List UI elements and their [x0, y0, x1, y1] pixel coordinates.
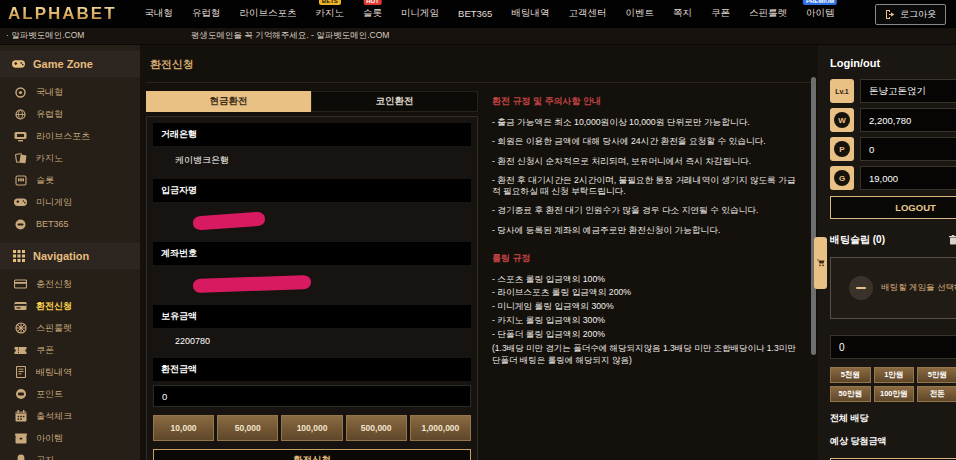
rolling-rule-line: - 라이브스포츠 롤링 입금액의 200%: [492, 287, 798, 298]
nav-item-spinroulette[interactable]: 스핀룰렛: [749, 7, 787, 20]
balance-label: 보유금액: [153, 305, 471, 328]
quick-amount-button[interactable]: 100,000: [281, 415, 342, 441]
sidebar-item-deposit[interactable]: 충전신청: [0, 273, 140, 295]
cards-icon: [14, 152, 27, 165]
sidebar-header-gamezone-label: Game Zone: [33, 58, 93, 70]
marquee-text: 평생도메인을 꼭 기억해주세요. - 알파벳도메인.COM: [191, 30, 389, 42]
depositor-label: 입금자명: [153, 179, 471, 202]
bet-quick-amount-button[interactable]: 100만원: [874, 386, 915, 402]
quick-amount-button[interactable]: 10,000: [153, 415, 214, 441]
logout-button[interactable]: 로그아웃: [875, 4, 946, 25]
username-field: 돈냥고돈얹기: [860, 79, 956, 103]
nav-item-item-label: 아이템: [806, 7, 835, 18]
sidebar-item-casino[interactable]: 카지노: [0, 147, 140, 169]
quick-amount-button[interactable]: 1,000,000: [410, 415, 471, 441]
page-title: 환전신청: [146, 45, 812, 83]
sidebar-item-label: 국내형: [36, 86, 63, 99]
sidebar-item-spinroulette[interactable]: 스핀룰렛: [0, 317, 140, 339]
sidebar-item-livesports[interactable]: 라이브스포츠: [0, 125, 140, 147]
clear-cart-button[interactable]: 카트비우기: [949, 235, 956, 246]
bet-amount-input[interactable]: [830, 335, 956, 359]
sidebar-item-label: 유럽형: [36, 108, 63, 121]
sidebar-item-european[interactable]: 유럽형: [0, 103, 140, 125]
gamepad-icon: [14, 196, 27, 209]
quick-amount-button[interactable]: 50,000: [217, 415, 278, 441]
sidebar-item-notice[interactable]: 공지: [0, 449, 140, 460]
total-odds-row: 전체 배당 1 배: [830, 412, 956, 425]
main-scrollbar[interactable]: [811, 77, 816, 355]
money-balance: 2,200,780: [860, 108, 956, 132]
sidebar-item-label: 공지: [36, 454, 54, 460]
sidebar-item-coupon[interactable]: 쿠폰: [0, 339, 140, 361]
sidebar-item-domestic[interactable]: 국내형: [0, 81, 140, 103]
sidebar-item-bet-history[interactable]: 배팅내역: [0, 361, 140, 383]
bet-quick-amount-button[interactable]: 50만원: [830, 386, 871, 402]
exit-icon: [885, 10, 895, 19]
nav-item-minigame[interactable]: 미니게임: [401, 7, 439, 20]
rolling-rule-line: - 미니게임 롤링 입금액의 300%: [492, 301, 798, 312]
won-icon: W: [830, 108, 854, 132]
bet-quick-amount-button[interactable]: 5천원: [830, 367, 871, 383]
level-badge-label: Lv.1: [835, 88, 849, 95]
exchange-amount-input[interactable]: [153, 385, 471, 407]
nav-item-message[interactable]: 쪽지: [673, 7, 692, 20]
sidebar-item-points[interactable]: 포인트: [0, 383, 140, 405]
nav-item-european[interactable]: 유럽형: [192, 7, 221, 20]
nav-item-slot[interactable]: HOT 슬롯: [363, 7, 382, 20]
quick-amount-row: 10,000 50,000 100,000 500,000 1,000,000: [153, 415, 471, 441]
bets-badge: BETS: [319, 0, 341, 5]
quick-amount-button[interactable]: 500,000: [346, 415, 407, 441]
calendar-icon: [14, 410, 27, 423]
nav-item-item[interactable]: PREMIUM 아이템: [806, 7, 835, 20]
sidebar-item-items[interactable]: 아이템: [0, 427, 140, 449]
sidebar-item-label: 쿠폰: [36, 344, 54, 357]
nav-item-bet365[interactable]: BET365: [458, 8, 492, 19]
gamepad-icon: [12, 58, 25, 71]
nav-item-event[interactable]: 이벤트: [625, 7, 654, 20]
logo[interactable]: ALPHABET: [8, 4, 117, 24]
betslip-header: 배팅슬립 (0) 카트비우기: [830, 233, 956, 247]
exchange-rules-panel: 환전 규정 및 주의사항 안내 - 출금 가능액은 최소 10,000원이상 1…: [488, 91, 812, 460]
grid-icon: [12, 250, 25, 263]
point-icon: P: [830, 137, 854, 161]
sidebar-item-withdraw[interactable]: 환전신청: [0, 295, 140, 317]
tab-coin-exchange[interactable]: 코인환전: [311, 91, 478, 112]
nav-item-support[interactable]: 고객센터: [568, 7, 606, 20]
rolling-rule-line: - 단폴더 롤링 입금액의 200%: [492, 329, 798, 340]
logout-panel-button[interactable]: LOGOUT: [830, 196, 956, 219]
top-menu: 국내형 유럽형 라이브스포츠 BETS 카지노 HOT 슬롯 미니게임 BET3…: [145, 7, 835, 20]
bet-quick-amount-button[interactable]: 전돈: [917, 386, 956, 402]
user-row: Lv.1 돈냥고돈얹기: [830, 79, 956, 103]
depositor-value-redacted: [153, 202, 471, 236]
sidebar-item-slot[interactable]: 슬롯: [0, 169, 140, 191]
minus-circle-icon: [849, 276, 873, 300]
tab-cash-exchange[interactable]: 현금환전: [146, 91, 311, 112]
gold-icon: G: [830, 166, 854, 190]
bell-icon: [14, 454, 27, 460]
redaction-scribble: [193, 275, 311, 293]
live-tv-icon: [14, 130, 27, 143]
bet-quick-amount-button[interactable]: 1만원: [874, 367, 915, 383]
bet-quick-amount-button[interactable]: 5만원: [917, 367, 956, 383]
sidebar-item-bet365[interactable]: BET365: [0, 213, 140, 235]
nav-item-livesports[interactable]: 라이브스포츠: [240, 7, 297, 20]
betslip-empty-text: 배팅할 게임을 선택하세요!: [881, 282, 956, 294]
bank-label: 거래은행: [153, 123, 471, 146]
nav-item-domestic[interactable]: 국내형: [145, 7, 174, 20]
marquee-bar: · 알파벳도메인.COM 평생도메인을 꼭 기억해주세요. - 알파벳도메인.C…: [0, 28, 956, 45]
right-panel: Login/out Lv.1 돈냥고돈얹기 W 2,200,780 P 0 G …: [818, 45, 956, 460]
exchange-submit-button[interactable]: 환전신청: [153, 449, 471, 460]
domain-label: · 알파벳도메인.COM: [6, 30, 191, 42]
betslip-toggle-handle[interactable]: [814, 237, 827, 289]
nav-item-casino[interactable]: BETS 카지노: [316, 7, 345, 20]
nav-item-coupon[interactable]: 쿠폰: [711, 7, 730, 20]
rolling-rules-title: 롤링 규정: [492, 252, 798, 265]
sidebar-item-minigame[interactable]: 미니게임: [0, 191, 140, 213]
sidebar-item-label: 배팅내역: [36, 366, 72, 379]
coin-icon: [14, 388, 27, 401]
nav-item-casino-label: 카지노: [316, 7, 345, 18]
slot-machine-icon: [14, 174, 27, 187]
nav-item-bet-history[interactable]: 배팅내역: [511, 7, 549, 20]
total-odds-label: 전체 배당: [830, 412, 869, 425]
sidebar-item-attendance[interactable]: 출석체크: [0, 405, 140, 427]
